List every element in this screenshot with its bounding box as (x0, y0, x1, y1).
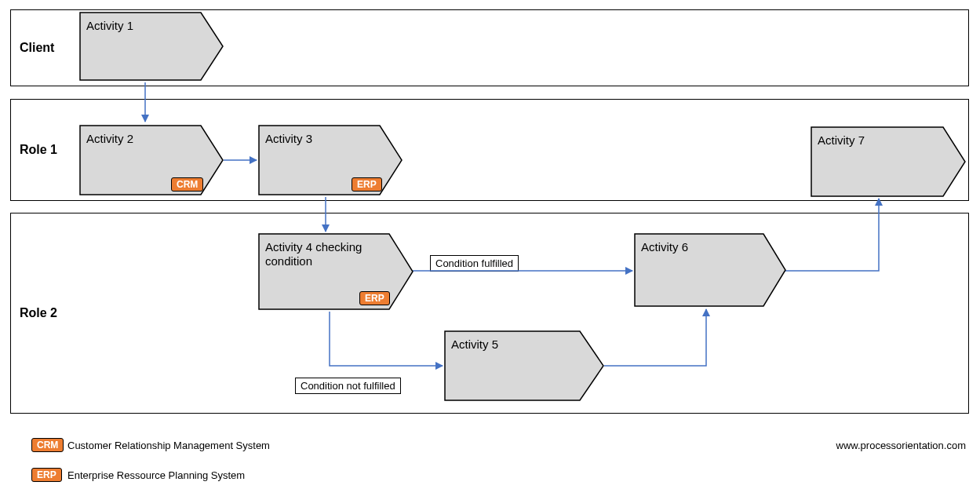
activity-3: Activity 3 ERP (257, 124, 403, 196)
activity-2-label: Activity 2 (86, 132, 202, 146)
activity-4: Activity 4 checking condition ERP (257, 232, 414, 311)
activity-1-label: Activity 1 (86, 19, 202, 33)
activity-3-label: Activity 3 (265, 132, 381, 146)
crm-badge: CRM (171, 177, 203, 192)
activity-6: Activity 6 (633, 232, 787, 308)
activity-5-label: Activity 5 (451, 338, 583, 352)
activity-6-label: Activity 6 (641, 240, 765, 254)
erp-badge: ERP (352, 177, 382, 192)
erp-badge: ERP (359, 291, 390, 305)
swimlane-diagram: Client Role 1 Role 2 Activity 1 Ac (0, 0, 980, 489)
activity-2: Activity 2 CRM (78, 124, 224, 196)
activity-1: Activity 1 (78, 11, 224, 82)
activity-5: Activity 5 (443, 330, 605, 402)
activity-7: Activity 7 (810, 126, 967, 198)
activity-4-label: Activity 4 checking condition (265, 240, 386, 268)
activity-7-label: Activity 7 (818, 133, 945, 148)
